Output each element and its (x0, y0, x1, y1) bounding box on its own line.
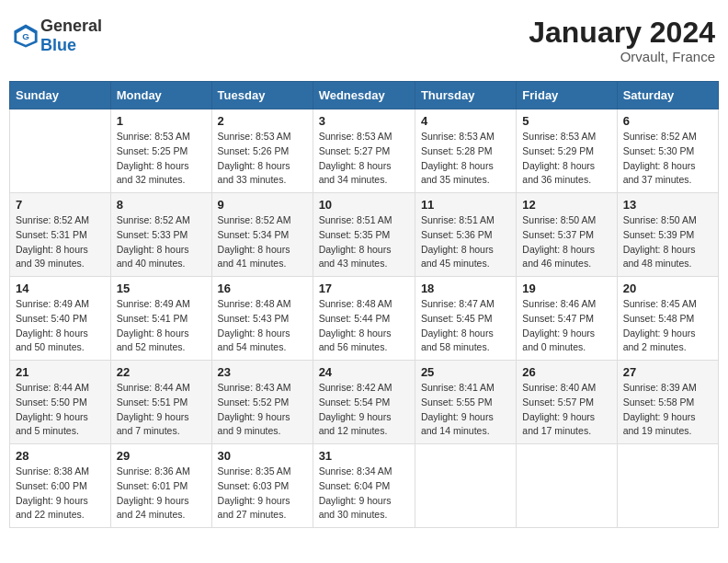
calendar-cell: 1Sunrise: 8:53 AMSunset: 5:25 PMDaylight… (110, 109, 211, 193)
day-info: Sunrise: 8:49 AMSunset: 5:41 PMDaylight:… (117, 297, 206, 355)
calendar-cell: 31Sunrise: 8:34 AMSunset: 6:04 PMDayligh… (313, 444, 415, 528)
calendar-cell: 20Sunrise: 8:45 AMSunset: 5:48 PMDayligh… (617, 277, 718, 361)
day-info: Sunrise: 8:46 AMSunset: 5:47 PMDaylight:… (522, 297, 610, 355)
day-info: Sunrise: 8:48 AMSunset: 5:44 PMDaylight:… (319, 297, 409, 355)
day-number: 21 (16, 365, 105, 379)
calendar-cell: 15Sunrise: 8:49 AMSunset: 5:41 PMDayligh… (110, 277, 211, 361)
calendar-cell: 26Sunrise: 8:40 AMSunset: 5:57 PMDayligh… (517, 361, 617, 444)
logo: G General Blue (13, 17, 102, 55)
day-info: Sunrise: 8:42 AMSunset: 5:54 PMDaylight:… (319, 381, 409, 439)
calendar-cell: 9Sunrise: 8:52 AMSunset: 5:34 PMDaylight… (211, 193, 313, 277)
day-number: 19 (522, 282, 610, 295)
day-number: 22 (117, 365, 206, 379)
calendar-cell: 14Sunrise: 8:49 AMSunset: 5:40 PMDayligh… (10, 277, 111, 361)
calendar-week-row: 21Sunrise: 8:44 AMSunset: 5:50 PMDayligh… (10, 361, 719, 444)
calendar-cell (517, 444, 617, 528)
day-header-tuesday: Tuesday (211, 82, 313, 109)
day-number: 7 (16, 198, 105, 212)
day-info: Sunrise: 8:47 AMSunset: 5:45 PMDaylight:… (421, 297, 510, 355)
day-number: 6 (623, 114, 712, 128)
calendar-cell: 5Sunrise: 8:53 AMSunset: 5:29 PMDaylight… (517, 109, 617, 193)
location-label: Orvault, France (529, 49, 715, 64)
calendar-header-row: SundayMondayTuesdayWednesdayThursdayFrid… (10, 82, 719, 109)
day-info: Sunrise: 8:53 AMSunset: 5:27 PMDaylight:… (319, 130, 409, 188)
day-number: 11 (421, 198, 510, 212)
day-info: Sunrise: 8:49 AMSunset: 5:40 PMDaylight:… (16, 297, 105, 355)
day-header-thursday: Thursday (415, 82, 516, 109)
day-number: 29 (117, 449, 206, 463)
calendar-week-row: 1Sunrise: 8:53 AMSunset: 5:25 PMDaylight… (10, 109, 719, 193)
calendar-cell: 3Sunrise: 8:53 AMSunset: 5:27 PMDaylight… (313, 109, 415, 193)
day-number: 18 (421, 282, 510, 295)
calendar-cell (10, 109, 111, 193)
day-info: Sunrise: 8:39 AMSunset: 5:58 PMDaylight:… (623, 381, 712, 439)
day-number: 8 (117, 198, 206, 212)
calendar-cell: 4Sunrise: 8:53 AMSunset: 5:28 PMDaylight… (415, 109, 516, 193)
calendar-cell: 11Sunrise: 8:51 AMSunset: 5:36 PMDayligh… (415, 193, 516, 277)
day-number: 14 (16, 282, 105, 295)
day-info: Sunrise: 8:44 AMSunset: 5:51 PMDaylight:… (117, 381, 206, 439)
generalblue-logo-icon: G (13, 23, 39, 49)
calendar-cell: 12Sunrise: 8:50 AMSunset: 5:37 PMDayligh… (517, 193, 617, 277)
day-info: Sunrise: 8:51 AMSunset: 5:36 PMDaylight:… (421, 213, 510, 271)
day-header-wednesday: Wednesday (313, 82, 415, 109)
day-info: Sunrise: 8:51 AMSunset: 5:35 PMDaylight:… (319, 213, 409, 271)
day-header-saturday: Saturday (617, 82, 718, 109)
day-info: Sunrise: 8:50 AMSunset: 5:37 PMDaylight:… (522, 213, 610, 271)
day-number: 27 (623, 365, 712, 379)
calendar-cell: 8Sunrise: 8:52 AMSunset: 5:33 PMDaylight… (110, 193, 211, 277)
day-number: 15 (117, 282, 206, 295)
day-number: 28 (16, 449, 105, 463)
calendar-cell: 10Sunrise: 8:51 AMSunset: 5:35 PMDayligh… (313, 193, 415, 277)
day-number: 5 (522, 114, 610, 128)
day-info: Sunrise: 8:41 AMSunset: 5:55 PMDaylight:… (421, 381, 510, 439)
day-header-sunday: Sunday (10, 82, 111, 109)
day-info: Sunrise: 8:53 AMSunset: 5:28 PMDaylight:… (421, 130, 510, 188)
day-info: Sunrise: 8:34 AMSunset: 6:04 PMDaylight:… (319, 465, 409, 523)
day-info: Sunrise: 8:38 AMSunset: 6:00 PMDaylight:… (16, 465, 105, 523)
day-number: 24 (319, 365, 409, 379)
calendar-cell: 29Sunrise: 8:36 AMSunset: 6:01 PMDayligh… (110, 444, 211, 528)
calendar-cell (617, 444, 718, 528)
logo-general-text: General (40, 17, 102, 35)
day-number: 9 (218, 198, 307, 212)
day-number: 3 (319, 114, 409, 128)
calendar-cell: 7Sunrise: 8:52 AMSunset: 5:31 PMDaylight… (10, 193, 111, 277)
calendar-cell: 6Sunrise: 8:52 AMSunset: 5:30 PMDaylight… (617, 109, 718, 193)
calendar-cell: 25Sunrise: 8:41 AMSunset: 5:55 PMDayligh… (415, 361, 516, 444)
day-number: 25 (421, 365, 510, 379)
day-info: Sunrise: 8:52 AMSunset: 5:31 PMDaylight:… (16, 213, 105, 271)
calendar-cell (415, 444, 516, 528)
calendar-cell: 23Sunrise: 8:43 AMSunset: 5:52 PMDayligh… (211, 361, 313, 444)
day-info: Sunrise: 8:45 AMSunset: 5:48 PMDaylight:… (623, 297, 712, 355)
calendar-cell: 21Sunrise: 8:44 AMSunset: 5:50 PMDayligh… (10, 361, 111, 444)
day-info: Sunrise: 8:40 AMSunset: 5:57 PMDaylight:… (522, 381, 610, 439)
calendar-cell: 18Sunrise: 8:47 AMSunset: 5:45 PMDayligh… (415, 277, 516, 361)
day-info: Sunrise: 8:35 AMSunset: 6:03 PMDaylight:… (218, 465, 307, 523)
calendar-cell: 19Sunrise: 8:46 AMSunset: 5:47 PMDayligh… (517, 277, 617, 361)
day-number: 30 (218, 449, 307, 463)
day-number: 13 (623, 198, 712, 212)
day-info: Sunrise: 8:36 AMSunset: 6:01 PMDaylight:… (117, 465, 206, 523)
day-info: Sunrise: 8:52 AMSunset: 5:30 PMDaylight:… (623, 130, 712, 188)
day-info: Sunrise: 8:52 AMSunset: 5:33 PMDaylight:… (117, 213, 206, 271)
logo-blue-text: Blue (40, 36, 76, 54)
day-info: Sunrise: 8:44 AMSunset: 5:50 PMDaylight:… (16, 381, 105, 439)
day-info: Sunrise: 8:53 AMSunset: 5:29 PMDaylight:… (522, 130, 610, 188)
day-header-monday: Monday (110, 82, 211, 109)
day-info: Sunrise: 8:43 AMSunset: 5:52 PMDaylight:… (218, 381, 307, 439)
day-number: 26 (522, 365, 610, 379)
calendar-cell: 13Sunrise: 8:50 AMSunset: 5:39 PMDayligh… (617, 193, 718, 277)
month-title: January 2024 (529, 17, 715, 49)
day-number: 10 (319, 198, 409, 212)
calendar-week-row: 28Sunrise: 8:38 AMSunset: 6:00 PMDayligh… (10, 444, 719, 528)
day-number: 12 (522, 198, 610, 212)
calendar-cell: 22Sunrise: 8:44 AMSunset: 5:51 PMDayligh… (110, 361, 211, 444)
day-number: 16 (218, 282, 307, 295)
calendar-cell: 30Sunrise: 8:35 AMSunset: 6:03 PMDayligh… (211, 444, 313, 528)
day-info: Sunrise: 8:50 AMSunset: 5:39 PMDaylight:… (623, 213, 712, 271)
calendar-table: SundayMondayTuesdayWednesdayThursdayFrid… (9, 81, 719, 528)
calendar-week-row: 7Sunrise: 8:52 AMSunset: 5:31 PMDaylight… (10, 193, 719, 277)
day-number: 4 (421, 114, 510, 128)
day-number: 2 (218, 114, 307, 128)
